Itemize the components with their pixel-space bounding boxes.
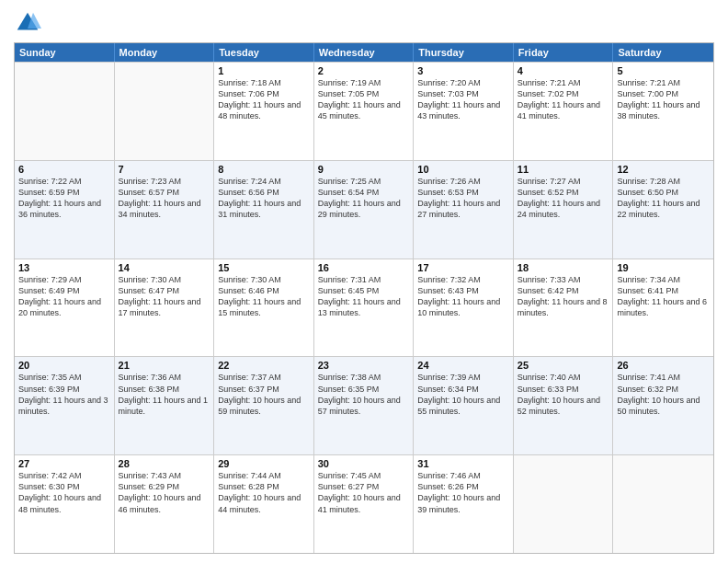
calendar-cell-0-3: 2Sunrise: 7:19 AMSunset: 7:05 PMDaylight…: [314, 63, 415, 160]
day-number: 10: [417, 164, 509, 175]
day-info: Sunrise: 7:40 AMSunset: 6:33 PMDaylight:…: [518, 372, 609, 417]
day-number: 26: [617, 360, 710, 371]
day-number: 17: [417, 262, 509, 273]
header-day-monday: Monday: [115, 43, 215, 62]
day-info: Sunrise: 7:19 AMSunset: 7:05 PMDaylight:…: [318, 77, 410, 122]
day-info: Sunrise: 7:37 AMSunset: 6:37 PMDaylight:…: [218, 372, 310, 417]
calendar-cell-3-1: 21Sunrise: 7:36 AMSunset: 6:38 PMDayligh…: [115, 357, 215, 454]
calendar-cell-4-5: [514, 455, 614, 553]
day-info: Sunrise: 7:44 AMSunset: 6:28 PMDaylight:…: [218, 470, 310, 515]
day-info: Sunrise: 7:35 AMSunset: 6:39 PMDaylight:…: [18, 372, 110, 417]
day-info: Sunrise: 7:43 AMSunset: 6:29 PMDaylight:…: [119, 470, 210, 515]
calendar-body: 1Sunrise: 7:18 AMSunset: 7:06 PMDaylight…: [15, 62, 713, 553]
day-info: Sunrise: 7:18 AMSunset: 7:06 PMDaylight:…: [218, 77, 310, 122]
day-number: 29: [218, 458, 310, 469]
calendar-cell-1-4: 10Sunrise: 7:26 AMSunset: 6:53 PMDayligh…: [414, 161, 514, 259]
calendar-cell-4-6: [613, 455, 713, 553]
day-number: 1: [218, 65, 310, 76]
day-number: 27: [18, 458, 110, 469]
day-info: Sunrise: 7:24 AMSunset: 6:56 PMDaylight:…: [218, 176, 310, 221]
day-info: Sunrise: 7:28 AMSunset: 6:50 PMDaylight:…: [617, 176, 710, 221]
calendar-cell-4-0: 27Sunrise: 7:42 AMSunset: 6:30 PMDayligh…: [15, 455, 115, 553]
header-day-thursday: Thursday: [414, 43, 514, 62]
calendar-cell-2-1: 14Sunrise: 7:30 AMSunset: 6:47 PMDayligh…: [115, 259, 215, 357]
day-info: Sunrise: 7:30 AMSunset: 6:46 PMDaylight:…: [218, 274, 310, 319]
calendar-cell-1-6: 12Sunrise: 7:28 AMSunset: 6:50 PMDayligh…: [613, 161, 713, 259]
calendar-cell-4-3: 30Sunrise: 7:45 AMSunset: 6:27 PMDayligh…: [314, 455, 415, 553]
header: [14, 9, 714, 37]
day-info: Sunrise: 7:26 AMSunset: 6:53 PMDaylight:…: [417, 176, 509, 221]
day-number: 31: [417, 458, 509, 469]
day-info: Sunrise: 7:29 AMSunset: 6:49 PMDaylight:…: [18, 274, 110, 319]
day-number: 6: [18, 164, 110, 175]
day-number: 5: [617, 65, 710, 76]
day-number: 4: [518, 65, 609, 76]
day-info: Sunrise: 7:20 AMSunset: 7:03 PMDaylight:…: [417, 77, 509, 122]
day-info: Sunrise: 7:25 AMSunset: 6:54 PMDaylight:…: [318, 176, 410, 221]
day-info: Sunrise: 7:41 AMSunset: 6:32 PMDaylight:…: [617, 372, 710, 417]
day-info: Sunrise: 7:38 AMSunset: 6:35 PMDaylight:…: [318, 372, 410, 417]
calendar-cell-4-1: 28Sunrise: 7:43 AMSunset: 6:29 PMDayligh…: [115, 455, 215, 553]
day-number: 15: [218, 262, 310, 273]
calendar-cell-1-1: 7Sunrise: 7:23 AMSunset: 6:57 PMDaylight…: [115, 161, 215, 259]
calendar-row-0: 1Sunrise: 7:18 AMSunset: 7:06 PMDaylight…: [15, 62, 713, 160]
day-info: Sunrise: 7:21 AMSunset: 7:02 PMDaylight:…: [518, 77, 609, 122]
calendar-cell-3-3: 23Sunrise: 7:38 AMSunset: 6:35 PMDayligh…: [314, 357, 415, 454]
calendar-cell-2-5: 18Sunrise: 7:33 AMSunset: 6:42 PMDayligh…: [514, 259, 614, 357]
calendar-row-1: 6Sunrise: 7:22 AMSunset: 6:59 PMDaylight…: [15, 160, 713, 259]
day-number: 28: [119, 458, 210, 469]
day-info: Sunrise: 7:45 AMSunset: 6:27 PMDaylight:…: [318, 470, 410, 515]
page: SundayMondayTuesdayWednesdayThursdayFrid…: [0, 0, 728, 563]
day-info: Sunrise: 7:30 AMSunset: 6:47 PMDaylight:…: [119, 274, 210, 319]
calendar-cell-1-2: 8Sunrise: 7:24 AMSunset: 6:56 PMDaylight…: [214, 161, 314, 259]
day-number: 14: [119, 262, 210, 273]
day-number: 21: [119, 360, 210, 371]
calendar-cell-3-6: 26Sunrise: 7:41 AMSunset: 6:32 PMDayligh…: [613, 357, 713, 454]
day-info: Sunrise: 7:36 AMSunset: 6:38 PMDaylight:…: [119, 372, 210, 417]
day-number: 19: [617, 262, 710, 273]
day-number: 11: [518, 164, 609, 175]
logo-icon: [14, 9, 41, 37]
calendar-cell-2-0: 13Sunrise: 7:29 AMSunset: 6:49 PMDayligh…: [15, 259, 115, 357]
calendar-row-2: 13Sunrise: 7:29 AMSunset: 6:49 PMDayligh…: [15, 259, 713, 357]
day-info: Sunrise: 7:46 AMSunset: 6:26 PMDaylight:…: [417, 470, 509, 515]
day-number: 20: [18, 360, 110, 371]
calendar-cell-1-5: 11Sunrise: 7:27 AMSunset: 6:52 PMDayligh…: [514, 161, 614, 259]
day-info: Sunrise: 7:22 AMSunset: 6:59 PMDaylight:…: [18, 176, 110, 221]
calendar-cell-0-1: [115, 63, 215, 160]
calendar-cell-1-0: 6Sunrise: 7:22 AMSunset: 6:59 PMDaylight…: [15, 161, 115, 259]
day-number: 12: [617, 164, 710, 175]
logo: [14, 9, 45, 37]
calendar-cell-2-3: 16Sunrise: 7:31 AMSunset: 6:45 PMDayligh…: [314, 259, 415, 357]
day-info: Sunrise: 7:34 AMSunset: 6:41 PMDaylight:…: [617, 274, 710, 319]
calendar-cell-0-2: 1Sunrise: 7:18 AMSunset: 7:06 PMDaylight…: [214, 63, 314, 160]
calendar-cell-1-3: 9Sunrise: 7:25 AMSunset: 6:54 PMDaylight…: [314, 161, 415, 259]
calendar-cell-4-2: 29Sunrise: 7:44 AMSunset: 6:28 PMDayligh…: [214, 455, 314, 553]
day-info: Sunrise: 7:39 AMSunset: 6:34 PMDaylight:…: [417, 372, 509, 417]
calendar: SundayMondayTuesdayWednesdayThursdayFrid…: [14, 42, 714, 554]
calendar-cell-0-5: 4Sunrise: 7:21 AMSunset: 7:02 PMDaylight…: [514, 63, 614, 160]
day-number: 18: [518, 262, 609, 273]
day-number: 8: [218, 164, 310, 175]
calendar-cell-0-0: [15, 63, 115, 160]
day-info: Sunrise: 7:27 AMSunset: 6:52 PMDaylight:…: [518, 176, 609, 221]
calendar-cell-2-4: 17Sunrise: 7:32 AMSunset: 6:43 PMDayligh…: [414, 259, 514, 357]
day-info: Sunrise: 7:32 AMSunset: 6:43 PMDaylight:…: [417, 274, 509, 319]
header-day-tuesday: Tuesday: [214, 43, 314, 62]
calendar-cell-2-2: 15Sunrise: 7:30 AMSunset: 6:46 PMDayligh…: [214, 259, 314, 357]
calendar-cell-4-4: 31Sunrise: 7:46 AMSunset: 6:26 PMDayligh…: [414, 455, 514, 553]
header-day-sunday: Sunday: [15, 43, 115, 62]
day-number: 16: [318, 262, 410, 273]
header-day-saturday: Saturday: [613, 43, 713, 62]
day-number: 24: [417, 360, 509, 371]
calendar-header: SundayMondayTuesdayWednesdayThursdayFrid…: [15, 43, 713, 62]
calendar-cell-0-6: 5Sunrise: 7:21 AMSunset: 7:00 PMDaylight…: [613, 63, 713, 160]
calendar-cell-2-6: 19Sunrise: 7:34 AMSunset: 6:41 PMDayligh…: [613, 259, 713, 357]
calendar-row-4: 27Sunrise: 7:42 AMSunset: 6:30 PMDayligh…: [15, 454, 713, 553]
day-info: Sunrise: 7:23 AMSunset: 6:57 PMDaylight:…: [119, 176, 210, 221]
calendar-cell-3-4: 24Sunrise: 7:39 AMSunset: 6:34 PMDayligh…: [414, 357, 514, 454]
calendar-cell-3-5: 25Sunrise: 7:40 AMSunset: 6:33 PMDayligh…: [514, 357, 614, 454]
calendar-cell-3-0: 20Sunrise: 7:35 AMSunset: 6:39 PMDayligh…: [15, 357, 115, 454]
day-info: Sunrise: 7:21 AMSunset: 7:00 PMDaylight:…: [617, 77, 710, 122]
day-number: 30: [318, 458, 410, 469]
